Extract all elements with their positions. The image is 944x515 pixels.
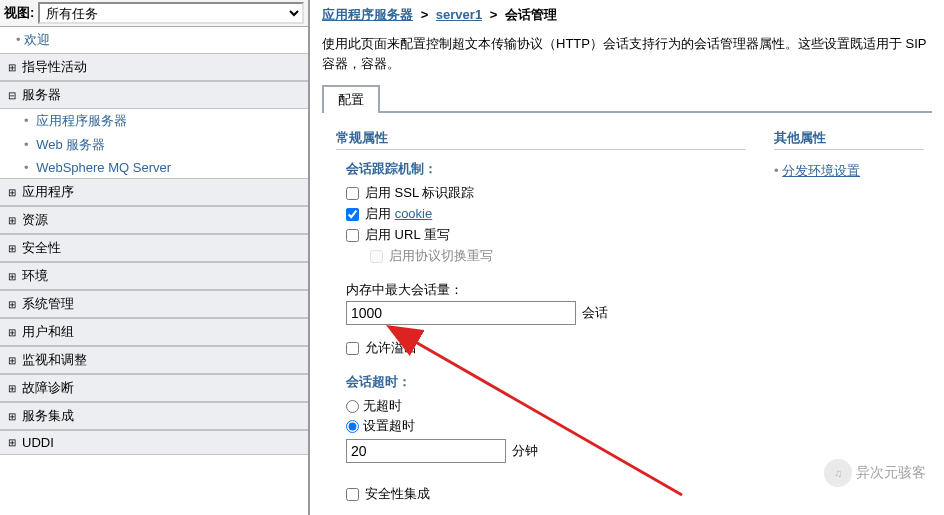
set-timeout-radio[interactable] — [346, 420, 359, 433]
section-other-title: 其他属性 — [774, 129, 924, 150]
enable-cookie-checkbox[interactable] — [346, 208, 359, 221]
allow-overflow-label: 允许溢出 — [365, 339, 417, 357]
nav-group-label: UDDI — [22, 435, 54, 450]
nav-group-label: 资源 — [22, 211, 48, 229]
view-select[interactable]: 所有任务 — [38, 2, 304, 24]
breadcrumb-link-1[interactable]: 应用程序服务器 — [322, 7, 413, 22]
tab-bar: 配置 — [322, 83, 932, 113]
enable-ssl-label: 启用 SSL 标识跟踪 — [365, 184, 474, 202]
general-props-column: 常规属性 会话跟踪机制： 启用 SSL 标识跟踪 启用 cookie — [336, 129, 746, 506]
security-integration-label: 安全性集成 — [365, 485, 430, 503]
tracking-subhead: 会话跟踪机制： — [346, 160, 746, 178]
nav-sub-link[interactable]: Web 服务器 — [36, 137, 105, 152]
enable-protocol-row: 启用协议切换重写 — [370, 247, 746, 265]
nav-group-label: 指导性活动 — [22, 58, 87, 76]
page-description: 使用此页面来配置控制超文本传输协议（HTTP）会话支持行为的会话管理器属性。这些… — [322, 34, 932, 73]
max-sessions-input[interactable] — [346, 301, 576, 325]
nav-group-header[interactable]: ⊞故障诊断 — [0, 374, 308, 402]
nav-group-header[interactable]: ⊞环境 — [0, 262, 308, 290]
nav-group-label: 系统管理 — [22, 295, 74, 313]
expand-icon: ⊞ — [6, 438, 18, 448]
welcome-link[interactable]: 欢迎 — [24, 32, 50, 47]
collapse-icon: ⊟ — [6, 90, 18, 100]
timeout-value-input[interactable] — [346, 439, 506, 463]
nav-group-header[interactable]: ⊞应用程序 — [0, 178, 308, 206]
other-props-column: 其他属性 分发环境设置 — [774, 129, 924, 506]
allow-overflow-checkbox[interactable] — [346, 342, 359, 355]
watermark-text: 异次元骇客 — [856, 464, 926, 482]
view-row: 视图: 所有任务 — [0, 0, 308, 27]
enable-url-checkbox[interactable] — [346, 229, 359, 242]
allow-overflow-row[interactable]: 允许溢出 — [346, 339, 746, 357]
nav-group-header[interactable]: ⊞安全性 — [0, 234, 308, 262]
nav-sub-item[interactable]: 应用程序服务器 — [0, 109, 308, 133]
nav-sub-item[interactable]: WebSphere MQ Server — [0, 157, 308, 178]
distribution-settings-link[interactable]: 分发环境设置 — [782, 163, 860, 178]
enable-protocol-label: 启用协议切换重写 — [389, 247, 493, 265]
left-nav-panel: 视图: 所有任务 欢迎 ⊞指导性活动⊟服务器应用程序服务器Web 服务器WebS… — [0, 0, 310, 515]
nav-group-header[interactable]: ⊞指导性活动 — [0, 53, 308, 81]
section-general-title: 常规属性 — [336, 129, 746, 150]
view-label: 视图: — [4, 4, 34, 22]
nav-group-header[interactable]: ⊞资源 — [0, 206, 308, 234]
expand-icon: ⊞ — [6, 215, 18, 225]
nav-group-header[interactable]: ⊞用户和组 — [0, 318, 308, 346]
tab-config[interactable]: 配置 — [322, 85, 380, 113]
no-timeout-row[interactable]: 无超时 — [346, 397, 746, 415]
nav-group-label: 用户和组 — [22, 323, 74, 341]
no-timeout-radio[interactable] — [346, 400, 359, 413]
expand-icon: ⊞ — [6, 271, 18, 281]
set-timeout-label: 设置超时 — [363, 417, 415, 435]
max-sessions-label: 内存中最大会话量： — [346, 281, 746, 299]
expand-icon: ⊞ — [6, 62, 18, 72]
security-integration-checkbox[interactable] — [346, 488, 359, 501]
watermark: ♫ 异次元骇客 — [824, 459, 926, 487]
nav-group-label: 安全性 — [22, 239, 61, 257]
nav-group-label: 服务集成 — [22, 407, 74, 425]
cookie-link[interactable]: cookie — [395, 206, 433, 221]
breadcrumb-link-2[interactable]: server1 — [436, 7, 482, 22]
nav-group-header[interactable]: ⊞系统管理 — [0, 290, 308, 318]
enable-ssl-row[interactable]: 启用 SSL 标识跟踪 — [346, 184, 746, 202]
expand-icon: ⊞ — [6, 327, 18, 337]
expand-icon: ⊞ — [6, 383, 18, 393]
enable-url-label: 启用 URL 重写 — [365, 226, 450, 244]
enable-cookie-row[interactable]: 启用 cookie — [346, 205, 746, 223]
no-timeout-label: 无超时 — [363, 397, 402, 415]
max-sessions-unit: 会话 — [582, 304, 608, 322]
nav-sub-item[interactable]: Web 服务器 — [0, 133, 308, 157]
nav-sub-link[interactable]: WebSphere MQ Server — [36, 160, 171, 175]
set-timeout-row[interactable]: 设置超时 — [346, 417, 746, 435]
nav-group-label: 监视和调整 — [22, 351, 87, 369]
nav-group-header[interactable]: ⊞监视和调整 — [0, 346, 308, 374]
main-panel: 应用程序服务器 > server1 > 会话管理 使用此页面来配置控制超文本传输… — [310, 0, 944, 515]
nav-group-label: 应用程序 — [22, 183, 74, 201]
timeout-unit: 分钟 — [512, 442, 538, 460]
breadcrumb-current: 会话管理 — [505, 7, 557, 22]
expand-icon: ⊞ — [6, 187, 18, 197]
expand-icon: ⊞ — [6, 243, 18, 253]
enable-protocol-checkbox — [370, 250, 383, 263]
enable-url-row[interactable]: 启用 URL 重写 — [346, 226, 746, 244]
expand-icon: ⊞ — [6, 299, 18, 309]
nav-group-label: 服务器 — [22, 86, 61, 104]
nav-group-header[interactable]: ⊞UDDI — [0, 430, 308, 455]
nav-group-label: 环境 — [22, 267, 48, 285]
nav-group-header[interactable]: ⊞服务集成 — [0, 402, 308, 430]
nav-welcome[interactable]: 欢迎 — [0, 27, 308, 53]
security-integration-row[interactable]: 安全性集成 — [346, 485, 746, 503]
enable-ssl-checkbox[interactable] — [346, 187, 359, 200]
expand-icon: ⊞ — [6, 355, 18, 365]
nav-group-label: 故障诊断 — [22, 379, 74, 397]
nav-group-header[interactable]: ⊟服务器 — [0, 81, 308, 109]
timeout-subhead: 会话超时： — [346, 373, 746, 391]
nav-sub-link[interactable]: 应用程序服务器 — [36, 113, 127, 128]
watermark-logo-icon: ♫ — [824, 459, 852, 487]
expand-icon: ⊞ — [6, 411, 18, 421]
breadcrumb: 应用程序服务器 > server1 > 会话管理 — [322, 0, 932, 30]
